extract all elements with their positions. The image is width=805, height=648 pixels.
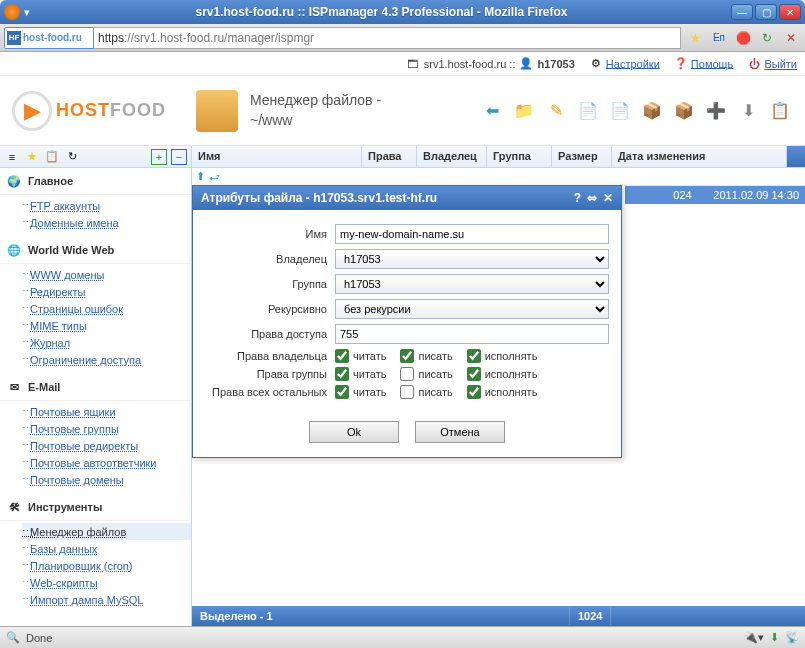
archive-button[interactable]: 📦 <box>639 98 665 124</box>
collapse-all-icon[interactable]: − <box>171 149 187 165</box>
ext-icon[interactable]: ⬇ <box>770 631 779 644</box>
input-perms[interactable] <box>335 324 609 344</box>
help-link[interactable]: ❓ Помощь <box>674 57 734 71</box>
col-owner[interactable]: Владелец <box>417 146 487 167</box>
delete-button[interactable]: 📄 <box>607 98 633 124</box>
sidebar-item-errorpages[interactable]: ⋯Страницы ошибок <box>22 300 191 317</box>
dialog-titlebar[interactable]: Атрибуты файла - h17053.srv1.test-hf.ru … <box>193 186 621 210</box>
firefox-icon <box>4 4 20 20</box>
content-area: Имя Права Владелец Группа Размер Дата из… <box>192 146 805 626</box>
expand-all-icon[interactable]: + <box>151 149 167 165</box>
status-selected: Выделено - 1 <box>192 607 570 625</box>
url-bar: HF host-food.ru https://srv1.host-food.r… <box>0 24 805 52</box>
logout-link[interactable]: ⏻ Выйти <box>747 57 797 71</box>
window-menu-dropdown[interactable]: ▾ <box>24 6 34 19</box>
sidebar-header-main[interactable]: 🌍Главное <box>0 168 191 195</box>
edit-button[interactable]: ✎ <box>543 98 569 124</box>
extract-button[interactable]: 📦 <box>671 98 697 124</box>
input-name[interactable] <box>335 224 609 244</box>
sidebar-section-tools: 🛠Инструменты ⋯Менеджер файлов ⋯Базы данн… <box>0 494 191 614</box>
chk-other-exec[interactable] <box>467 385 481 399</box>
minimize-button[interactable]: — <box>731 4 753 20</box>
sidebar-item-filemgr[interactable]: ⋯Менеджер файлов <box>22 523 191 540</box>
col-date[interactable]: Дата изменения <box>612 146 787 167</box>
home-icon[interactable]: ⮐ <box>209 171 220 183</box>
bookmark-star-icon[interactable]: ★ <box>685 28 705 48</box>
col-name[interactable]: Имя <box>192 146 362 167</box>
sidebar-header-email[interactable]: ✉E-Mail <box>0 374 191 401</box>
sidebar-item-maildomains[interactable]: ⋯Почтовые домены <box>22 471 191 488</box>
sidebar-item-redirects[interactable]: ⋯Редиректы <box>22 283 191 300</box>
label-group-perms: Права группы <box>205 368 335 380</box>
sidebar-item-mailboxes[interactable]: ⋯Почтовые ящики <box>22 403 191 420</box>
select-owner[interactable]: h17053 <box>335 249 609 269</box>
chk-owner-exec[interactable] <box>467 349 481 363</box>
reload-icon[interactable]: ↻ <box>757 28 777 48</box>
col-rights[interactable]: Права <box>362 146 417 167</box>
list-view-icon[interactable]: ≡ <box>4 149 20 165</box>
site-identity[interactable]: HF host-food.ru <box>4 27 94 49</box>
sidebar-item-mysqlimport[interactable]: ⋯Импорт дампа MySQL <box>22 591 191 608</box>
logo-icon: ▶ <box>12 91 52 131</box>
sidebar: ≡ ★ 📋 ↻ + − 🌍Главное ⋯FTP аккаунты ⋯Доме… <box>0 146 192 626</box>
abp-icon[interactable]: 🛑 <box>733 28 753 48</box>
copy-icon[interactable]: 📋 <box>44 149 60 165</box>
sidebar-item-mailgroups[interactable]: ⋯Почтовые группы <box>22 420 191 437</box>
settings-link[interactable]: ⚙ Настройки <box>589 57 660 71</box>
chk-other-write[interactable] <box>400 385 414 399</box>
chk-other-read[interactable] <box>335 385 349 399</box>
col-group[interactable]: Группа <box>487 146 552 167</box>
label-other-perms: Права всех остальных <box>205 386 335 398</box>
back-button[interactable]: ⬅ <box>479 98 505 124</box>
copy-button[interactable]: 📄 <box>575 98 601 124</box>
table-row[interactable]: 024 2011.02.09 14:30 <box>625 186 805 204</box>
sidebar-item-mime[interactable]: ⋯MIME типы <box>22 317 191 334</box>
sidebar-header-tools[interactable]: 🛠Инструменты <box>0 494 191 521</box>
col-size[interactable]: Размер <box>552 146 612 167</box>
sidebar-item-cron[interactable]: ⋯Планировщик (cron) <box>22 557 191 574</box>
chk-owner-read[interactable] <box>335 349 349 363</box>
maximize-button[interactable]: ▢ <box>755 4 777 20</box>
up-icon[interactable]: ⬆ <box>196 170 205 183</box>
ok-button[interactable]: Ok <box>309 421 399 443</box>
select-group[interactable]: h17053 <box>335 274 609 294</box>
close-button[interactable]: ✕ <box>779 4 801 20</box>
chk-group-exec[interactable] <box>467 367 481 381</box>
select-recursive[interactable]: без рекурсии <box>335 299 609 319</box>
feed-icon[interactable]: 📡 <box>785 631 799 644</box>
dialog-help-icon[interactable]: ? <box>574 191 581 205</box>
sidebar-item-access[interactable]: ⋯Ограничение доступа <box>22 351 191 368</box>
window-title: srv1.host-food.ru :: ISPmanager 4.3 Prof… <box>34 5 729 19</box>
lang-indicator[interactable]: Еп <box>709 28 729 48</box>
properties-button[interactable]: 📋 <box>767 98 793 124</box>
search-icon[interactable]: 🔍 <box>6 631 20 644</box>
col-scroll <box>787 146 805 167</box>
sidebar-item-wwwdomains[interactable]: ⋯WWW домены <box>22 266 191 283</box>
dialog-resize-icon[interactable]: ⇔ <box>587 191 597 205</box>
refresh-icon[interactable]: ↻ <box>64 149 80 165</box>
sidebar-item-log[interactable]: ⋯Журнал <box>22 334 191 351</box>
sidebar-item-webscripts[interactable]: ⋯Web-скрипты <box>22 574 191 591</box>
power-icon: ⏻ <box>747 57 761 71</box>
chk-group-read[interactable] <box>335 367 349 381</box>
sidebar-item-mailred[interactable]: ⋯Почтовые редиректы <box>22 437 191 454</box>
sidebar-item-ftp[interactable]: ⋯FTP аккаунты <box>22 197 191 214</box>
chk-owner-write[interactable] <box>400 349 414 363</box>
upload-button[interactable]: ➕ <box>703 98 729 124</box>
proxy-icon[interactable]: 🔌▾ <box>744 631 764 644</box>
new-folder-button[interactable]: 📁 <box>511 98 537 124</box>
stop-icon[interactable]: ✕ <box>781 28 801 48</box>
sidebar-section-email: ✉E-Mail ⋯Почтовые ящики ⋯Почтовые группы… <box>0 374 191 494</box>
sidebar-toolbar: ≡ ★ 📋 ↻ + − <box>0 146 191 168</box>
cancel-button[interactable]: Отмена <box>415 421 505 443</box>
sidebar-item-autoreply[interactable]: ⋯Почтовые автоответчики <box>22 454 191 471</box>
chk-group-write[interactable] <box>400 367 414 381</box>
url-input[interactable]: https://srv1.host-food.ru/manager/ispmgr <box>94 27 681 49</box>
download-button[interactable]: ⬇ <box>735 98 761 124</box>
sidebar-item-db[interactable]: ⋯Базы данных <box>22 540 191 557</box>
dialog-close-icon[interactable]: ✕ <box>603 191 613 205</box>
favorite-icon[interactable]: ★ <box>24 149 40 165</box>
sidebar-item-domains[interactable]: ⋯Доменные имена <box>22 214 191 231</box>
sidebar-header-www[interactable]: 🌐World Wide Web <box>0 237 191 264</box>
help-icon: ❓ <box>674 57 688 71</box>
